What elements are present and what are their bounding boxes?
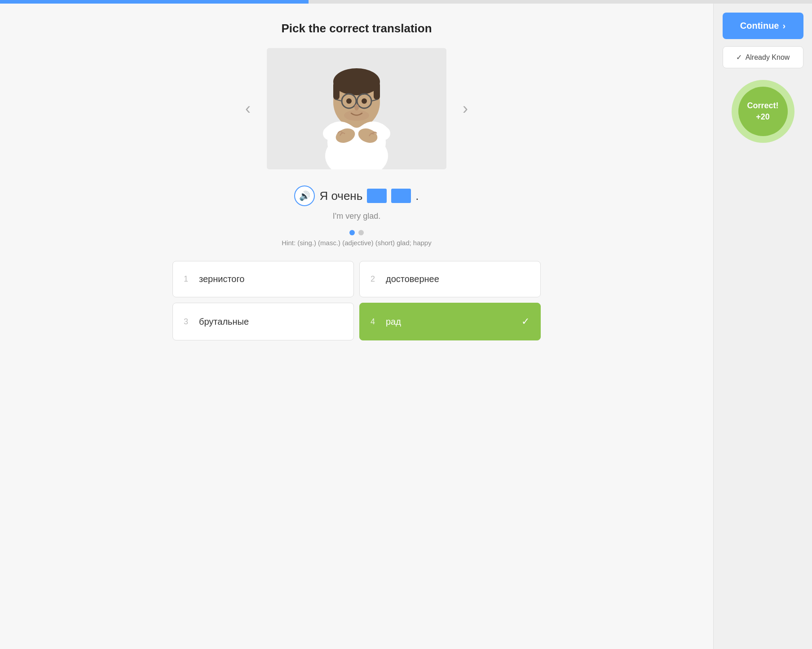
svg-point-16 — [344, 110, 369, 121]
continue-button[interactable]: Continue › — [723, 13, 803, 39]
correct-line2: +20 — [756, 111, 770, 123]
svg-point-15 — [354, 104, 359, 110]
page-title: Pick the correct translation — [281, 22, 432, 35]
choice-text-2: достовернее — [386, 274, 439, 284]
sentence-suffix: . — [415, 189, 419, 203]
svg-point-5 — [333, 68, 380, 95]
sentence-row: 🔊 Я очень . — [294, 185, 419, 206]
sidebar: Continue › ✓ Already Know Correct! +20 — [713, 4, 812, 649]
choices-grid: 1 зернистого 2 достовернее 3 брутальные … — [172, 261, 541, 340]
right-arrow-icon: › — [463, 99, 468, 118]
correct-line1: Correct! — [747, 100, 778, 111]
continue-label: Continue — [740, 21, 779, 31]
already-know-button[interactable]: ✓ Already Know — [723, 46, 803, 68]
choice-text-4: рад — [386, 317, 401, 327]
dots-row — [349, 230, 364, 235]
svg-rect-6 — [333, 82, 340, 100]
left-arrow-icon: ‹ — [245, 99, 251, 118]
choice-button-1[interactable]: 1 зернистого — [172, 261, 354, 297]
sentence-area: 🔊 Я очень . I'm very glad. — [294, 185, 419, 221]
choice-text-1: зернистого — [199, 274, 244, 284]
main-layout: Pick the correct translation ‹ — [0, 4, 812, 649]
blank-box-1 — [367, 189, 387, 203]
person-illustration — [267, 48, 446, 169]
svg-rect-7 — [374, 82, 380, 100]
card-image — [267, 48, 446, 169]
next-arrow-button[interactable]: › — [455, 96, 475, 121]
card-carousel: ‹ — [150, 48, 563, 169]
choice-button-3[interactable]: 3 брутальные — [172, 303, 354, 340]
speaker-icon: 🔊 — [299, 190, 310, 201]
content-area: Pick the correct translation ‹ — [141, 4, 572, 649]
progress-bar-container — [0, 0, 812, 4]
check-icon: ✓ — [521, 316, 530, 327]
svg-point-13 — [346, 98, 352, 104]
blank-box-2 — [391, 189, 411, 203]
already-know-label: Already Know — [746, 53, 790, 62]
choice-num-4: 4 — [371, 317, 379, 327]
choice-num-3: 3 — [184, 317, 192, 327]
checkmark-icon: ✓ — [736, 53, 742, 62]
hint-text: Hint: (sing.) (masc.) (adjective) (short… — [282, 239, 431, 247]
choice-button-2[interactable]: 2 достовернее — [359, 261, 541, 297]
dot-2 — [358, 230, 364, 235]
svg-point-14 — [362, 98, 367, 104]
prev-arrow-button[interactable]: ‹ — [238, 96, 258, 121]
choice-num-2: 2 — [371, 274, 379, 284]
progress-bar-fill — [0, 0, 309, 4]
choice-button-4[interactable]: 4 рад ✓ — [359, 303, 541, 340]
choice-text-3: брутальные — [199, 317, 249, 327]
speaker-button[interactable]: 🔊 — [294, 185, 315, 206]
correct-badge: Correct! +20 — [732, 80, 794, 143]
sentence-prefix: Я очень — [319, 189, 362, 203]
choice-num-1: 1 — [184, 274, 192, 284]
translation-text: I'm very glad. — [333, 212, 380, 221]
dot-1 — [349, 230, 355, 235]
continue-arrow-icon: › — [782, 21, 786, 31]
correct-badge-inner: Correct! +20 — [738, 87, 788, 136]
